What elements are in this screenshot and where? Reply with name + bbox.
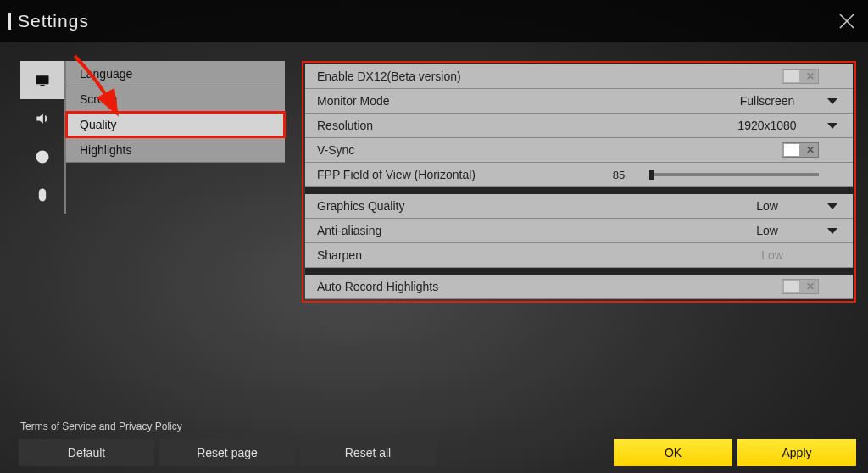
row-monitor-mode[interactable]: Monitor Mode Fullscreen (305, 89, 853, 114)
toggle-auto-record[interactable]: ✕ (782, 279, 819, 294)
apply-button[interactable]: Apply (737, 439, 856, 466)
link-terms-of-service[interactable]: Terms of Service (20, 420, 96, 432)
toggle-dx12[interactable]: ✕ (782, 69, 819, 84)
toggle-vsync[interactable]: ✕ (782, 142, 819, 158)
row-label: Graphics Quality (317, 199, 404, 213)
dropdown-value: 1920x1080 (721, 119, 814, 132)
row-label: FPP Field of View (Horizontal) (317, 168, 476, 181)
close-icon[interactable] (837, 12, 856, 31)
link-privacy-policy[interactable]: Privacy Policy (119, 420, 182, 432)
button-label: Reset page (197, 446, 258, 459)
row-anti-aliasing[interactable]: Anti-aliasing Low (305, 219, 853, 243)
subnav-screen[interactable]: Screen (66, 86, 285, 112)
sidebar: Language Screen Quality Highlights (20, 61, 285, 214)
x-icon: ✕ (806, 281, 815, 292)
button-bar: Default Reset page Reset all OK Apply (19, 439, 856, 466)
row-label: Enable DX12(Beta version) (317, 70, 461, 83)
row-label: Resolution (317, 119, 373, 132)
tab-accessibility[interactable] (20, 137, 64, 175)
button-label: Default (68, 446, 105, 459)
header-accent (8, 13, 11, 30)
row-label: Anti-aliasing (317, 224, 381, 237)
footer-legal: Terms of Service and Privacy Policy (20, 420, 182, 432)
subnav-label: Highlights (80, 143, 131, 157)
row-label: Monitor Mode (317, 94, 390, 108)
chevron-down-icon (827, 123, 837, 129)
tab-display[interactable] (20, 61, 64, 99)
svg-point-5 (41, 154, 45, 159)
header: Settings (0, 0, 868, 42)
slider-value: 85 (593, 169, 644, 181)
subnav-highlights[interactable]: Highlights (66, 137, 285, 163)
dropdown-value: Low (721, 199, 814, 213)
subnav-language[interactable]: Language (66, 61, 285, 86)
static-value: Low (726, 248, 819, 262)
row-enable-dx12: Enable DX12(Beta version) ✕ (305, 64, 853, 89)
row-label: V-Sync (317, 143, 354, 157)
page-title: Settings (18, 11, 89, 31)
row-label: Auto Record Highlights (317, 280, 438, 293)
chevron-down-icon (827, 228, 837, 234)
dropdown-value: Low (721, 224, 814, 237)
subnav-label: Quality (80, 118, 117, 131)
chevron-down-icon (827, 203, 837, 209)
row-fov: FPP Field of View (Horizontal) 85 (305, 163, 853, 187)
dropdown-value: Fullscreen (721, 94, 814, 108)
subnav-quality[interactable]: Quality (66, 112, 285, 137)
slider-fov[interactable] (649, 173, 819, 176)
row-auto-record-highlights: Auto Record Highlights ✕ (305, 275, 853, 299)
svg-rect-3 (41, 85, 45, 86)
reset-page-button[interactable]: Reset page (159, 439, 295, 466)
subnav-label: Language (80, 67, 132, 81)
default-button[interactable]: Default (19, 439, 154, 466)
row-vsync: V-Sync ✕ (305, 138, 853, 163)
reset-all-button[interactable]: Reset all (300, 439, 436, 466)
button-label: OK (665, 446, 682, 459)
legal-sep: and (96, 420, 119, 432)
button-label: Reset all (345, 446, 391, 459)
tab-audio[interactable] (20, 99, 64, 137)
row-label: Sharpen (317, 248, 362, 262)
row-sharpen: Sharpen Low (305, 243, 853, 268)
svg-rect-2 (36, 75, 49, 84)
button-label: Apply (782, 446, 811, 459)
ok-button[interactable]: OK (614, 439, 732, 466)
row-resolution[interactable]: Resolution 1920x1080 (305, 114, 853, 138)
x-icon: ✕ (806, 70, 815, 82)
row-graphics-quality[interactable]: Graphics Quality Low (305, 194, 853, 219)
chevron-down-icon (827, 98, 837, 104)
tab-mouse[interactable] (20, 175, 64, 214)
settings-panel: Enable DX12(Beta version) ✕ Monitor Mode… (302, 61, 856, 303)
subnav-label: Screen (80, 92, 117, 106)
x-icon: ✕ (806, 144, 815, 156)
